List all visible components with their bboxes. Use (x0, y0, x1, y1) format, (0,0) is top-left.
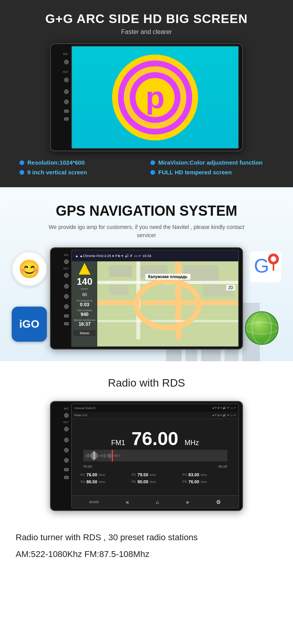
map-time-label-static: Оставшееся (73, 299, 96, 302)
globe-icon (242, 307, 281, 346)
rst-btn[interactable] (64, 78, 69, 82)
preset-mhz-4: MHz (99, 480, 105, 484)
gps-back-btn[interactable] (64, 304, 69, 309)
map-2d-label: 2D (226, 285, 235, 291)
gps-rst-label: RST (63, 267, 69, 270)
preset-freq-2: 79.50 (138, 472, 148, 477)
home-btn[interactable] (64, 89, 69, 94)
preset-1[interactable]: P1 76.00 MHz (79, 472, 129, 478)
globe-svg (242, 307, 281, 346)
radio-rst-btn[interactable] (64, 427, 69, 431)
big-screen-section: G+G ARC SIDE HD BIG SCREEN Faster and cl… (0, 0, 293, 187)
radio-info-line1: Radio turner with RDS , 30 preset radio … (16, 530, 277, 544)
big-screen-title: G+G ARC SIDE HD BIG SCREEN (8, 12, 285, 26)
map-menu-btn[interactable]: Меню (73, 330, 96, 336)
map-speed-display: 140 (73, 276, 96, 287)
rst-label: RST (63, 67, 69, 75)
radio-status-icons2: ● P ⊕ ▾ 🔊 ✗ ▭ ↩ (213, 414, 236, 417)
google-maps-svg: G (250, 251, 281, 282)
gps-vol-down[interactable] (64, 322, 69, 325)
back-btn[interactable] (64, 99, 69, 104)
preset-mhz-2: MHz (150, 473, 156, 477)
feature-item-3: 9 inch vertical screen (20, 169, 143, 176)
radio-mic-btn[interactable] (64, 413, 69, 418)
radio-vol-up[interactable] (64, 468, 69, 471)
radio-search-btn[interactable]: ⌕ (156, 499, 159, 505)
vol-btn2[interactable] (64, 117, 69, 121)
radio-bar (90, 454, 91, 458)
map-street-label: Калужская площадь (145, 274, 190, 280)
radio-bar (88, 453, 89, 458)
feature-item-4: FULL HD tempered screen (150, 169, 273, 176)
radio-mic-label: MIC (63, 407, 69, 410)
radio-pwr-btn[interactable] (64, 438, 69, 442)
svg-point-11 (271, 256, 276, 262)
gps-mic-btn[interactable] (64, 259, 69, 264)
map-speed-unit: km/h (73, 287, 96, 291)
device-outer: MIC RST p (50, 43, 243, 151)
waze-emoji: 😊 (18, 259, 40, 279)
radio-bar (86, 455, 86, 457)
radio-bar (102, 454, 103, 458)
preset-5[interactable]: P5 90.00 MHz (130, 479, 180, 485)
radio-status-app: Chrome First4:25 (74, 407, 95, 410)
preset-freq-4: 86.50 (86, 479, 97, 484)
radio-next-btn[interactable]: » (186, 499, 189, 505)
map-distance-val: 940 (73, 312, 96, 317)
gps-pwr-btn[interactable] (64, 284, 69, 289)
preset-4[interactable]: P4 86.50 MHz (79, 479, 129, 485)
map-nav-arrow (73, 263, 96, 275)
map-time-remaining: 0:03 (73, 302, 96, 307)
gps-home-btn[interactable] (64, 294, 69, 299)
feature-item-1: Resolution:1024*600 (20, 159, 143, 166)
vol-btn[interactable] (64, 110, 69, 113)
radio-bar (97, 454, 98, 457)
gps-rst-btn[interactable] (64, 273, 69, 278)
radio-vol-down[interactable] (64, 476, 69, 479)
radio-home-btn[interactable] (64, 448, 69, 452)
feature-text-3: 9 inch vertical screen (27, 169, 87, 176)
radio-band-btn[interactable]: BAND (89, 500, 99, 504)
radio-settings-btn[interactable]: ⚙ (216, 499, 221, 505)
gps-vol-up[interactable] (64, 314, 69, 318)
preset-2[interactable]: P2 79.50 MHz (130, 472, 180, 478)
radio-bar (115, 454, 116, 457)
preset-freq-1: 76.00 (86, 472, 97, 477)
big-screen-subtitle: Faster and clearer (8, 28, 285, 35)
radio-range-min: 76.00 (83, 465, 92, 468)
igo-label: iGO (19, 318, 39, 330)
radio-back-btn[interactable] (64, 458, 69, 463)
radio-presets-grid: P1 76.00 MHz P2 79.50 MHz P3 83.00 MHz (79, 472, 231, 485)
feature-text-2: MiraVision:Color adjustment function (158, 159, 263, 166)
feature-text-4: FULL HD tempered screen (158, 169, 232, 176)
device-wrapper: MIC RST p (50, 43, 243, 151)
map-menu-label: Меню (80, 331, 89, 335)
radio-bar (89, 454, 90, 457)
preset-mhz-1: MHz (99, 473, 105, 477)
radio-bar (93, 452, 93, 459)
svg-rect-18 (97, 320, 238, 322)
gps-device-container: 😊 G MIC RST (8, 247, 285, 349)
bullet-3 (20, 170, 24, 175)
radio-bar (95, 452, 96, 459)
radio-range-max: 90.00 (218, 465, 227, 468)
map-distance-label-static: Расстояние (73, 309, 96, 312)
android-p-display: p (72, 46, 238, 148)
preset-label-1: P1 (80, 473, 85, 477)
map-status-bar: ▲ ▲ Chrome First:4:25 ● P ⊕ ▾ 🔊 ✗ ▭ ↩ 16… (72, 250, 238, 261)
mic-btn[interactable] (64, 60, 69, 64)
preset-6[interactable]: P6 76.00 MHz (181, 479, 231, 485)
radio-bar (94, 451, 95, 460)
map-left-panel: 140 km/h 60 Оставшееся 0:03 Расстояние 9… (72, 261, 97, 346)
radio-bar (107, 455, 107, 457)
radio-prev-btn[interactable]: « (126, 499, 129, 505)
radio-bar (87, 454, 88, 457)
radio-bar (98, 455, 99, 457)
radio-status-bar-2: Radio 4:22 ● P ⊕ ▾ 🔊 ✗ ▭ ↩ (72, 412, 238, 419)
radio-bar (100, 454, 100, 457)
radio-device-buttons: MIC RST (63, 403, 71, 509)
preset-mhz-5: MHz (150, 480, 156, 484)
preset-3[interactable]: P3 83.00 MHz (181, 472, 231, 478)
bullet-1 (20, 160, 24, 165)
features-grid: Resolution:1024*600 MiraVision:Color adj… (8, 159, 285, 176)
